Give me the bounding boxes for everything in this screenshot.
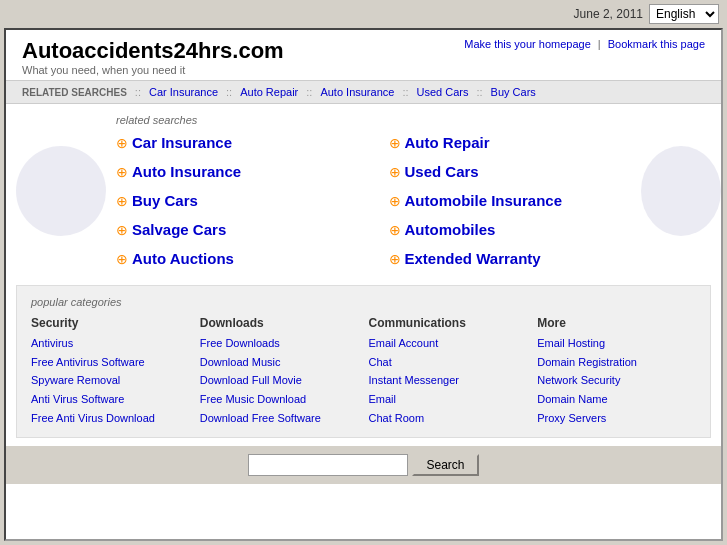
date-display: June 2, 2011: [574, 7, 643, 21]
list-item: ⊕ Car Insurance: [116, 134, 369, 151]
nav-bar: RELATED SEARCHES :: Car Insurance :: Aut…: [6, 80, 721, 104]
link-email[interactable]: Email: [369, 390, 528, 409]
nav-label: RELATED SEARCHES: [22, 87, 127, 98]
link-extended-warranty[interactable]: Extended Warranty: [405, 250, 541, 267]
search-input[interactable]: [248, 454, 408, 476]
arrow-icon: ⊕: [389, 222, 401, 238]
nav-item-buy-cars[interactable]: Buy Cars: [491, 86, 536, 98]
arrow-icon: ⊕: [389, 135, 401, 151]
arrow-icon: ⊕: [116, 251, 128, 267]
link-chat-room[interactable]: Chat Room: [369, 409, 528, 428]
date-lang-area: June 2, 2011 English Spanish French: [574, 4, 719, 24]
arrow-icon: ⊕: [389, 164, 401, 180]
main-area: related searches ⊕ Car Insurance ⊕ Auto …: [6, 104, 721, 277]
site-title-block: Autoaccidents24hrs.com What you need, wh…: [22, 38, 284, 76]
arrow-icon: ⊕: [116, 164, 128, 180]
link-free-antivirus-software[interactable]: Free Antivirus Software: [31, 353, 190, 372]
link-instant-messenger[interactable]: Instant Messenger: [369, 371, 528, 390]
category-header-downloads: Downloads: [200, 316, 359, 330]
link-free-music-download[interactable]: Free Music Download: [200, 390, 359, 409]
right-circle: [641, 146, 721, 236]
left-circle: [16, 146, 106, 236]
link-auto-auctions[interactable]: Auto Auctions: [132, 250, 234, 267]
link-buy-cars[interactable]: Buy Cars: [132, 192, 198, 209]
header-links: Make this your homepage | Bookmark this …: [464, 38, 705, 50]
category-communications: Communications Email Account Chat Instan…: [369, 316, 528, 427]
list-item: ⊕ Used Cars: [389, 163, 642, 180]
link-network-security[interactable]: Network Security: [537, 371, 696, 390]
link-used-cars[interactable]: Used Cars: [405, 163, 479, 180]
popular-categories-section: popular categories Security Antivirus Fr…: [16, 285, 711, 438]
list-item: ⊕ Extended Warranty: [389, 250, 642, 267]
link-email-hosting[interactable]: Email Hosting: [537, 334, 696, 353]
link-anti-virus-software[interactable]: Anti Virus Software: [31, 390, 190, 409]
nav-item-auto-repair[interactable]: Auto Repair: [240, 86, 298, 98]
site-title: Autoaccidents24hrs.com: [22, 38, 284, 64]
search-results: related searches ⊕ Car Insurance ⊕ Auto …: [116, 114, 641, 267]
bookmark-link[interactable]: Bookmark this page: [608, 38, 705, 50]
arrow-icon: ⊕: [116, 193, 128, 209]
related-searches-label: related searches: [116, 114, 641, 126]
list-item: ⊕ Auto Insurance: [116, 163, 369, 180]
link-proxy-servers[interactable]: Proxy Servers: [537, 409, 696, 428]
category-header-security: Security: [31, 316, 190, 330]
bottom-search-bar: Search: [6, 446, 721, 484]
link-email-account[interactable]: Email Account: [369, 334, 528, 353]
link-auto-insurance[interactable]: Auto Insurance: [132, 163, 241, 180]
category-more: More Email Hosting Domain Registration N…: [537, 316, 696, 427]
link-download-music[interactable]: Download Music: [200, 353, 359, 372]
link-automobiles[interactable]: Automobiles: [405, 221, 496, 238]
top-bar: June 2, 2011 English Spanish French: [0, 0, 727, 28]
popular-label: popular categories: [31, 296, 696, 308]
link-free-anti-virus-download[interactable]: Free Anti Virus Download: [31, 409, 190, 428]
list-item: ⊕ Automobile Insurance: [389, 192, 642, 209]
category-downloads: Downloads Free Downloads Download Music …: [200, 316, 359, 427]
list-item: ⊕ Salvage Cars: [116, 221, 369, 238]
language-selector[interactable]: English Spanish French: [649, 4, 719, 24]
left-decoration: [6, 114, 116, 267]
category-header-more: More: [537, 316, 696, 330]
list-item: ⊕ Buy Cars: [116, 192, 369, 209]
search-button[interactable]: Search: [412, 454, 478, 476]
link-car-insurance[interactable]: Car Insurance: [132, 134, 232, 151]
link-download-full-movie[interactable]: Download Full Movie: [200, 371, 359, 390]
link-domain-name[interactable]: Domain Name: [537, 390, 696, 409]
link-auto-repair[interactable]: Auto Repair: [405, 134, 490, 151]
link-salvage-cars[interactable]: Salvage Cars: [132, 221, 226, 238]
nav-item-car-insurance[interactable]: Car Insurance: [149, 86, 218, 98]
link-domain-registration[interactable]: Domain Registration: [537, 353, 696, 372]
homepage-link[interactable]: Make this your homepage: [464, 38, 591, 50]
category-header-communications: Communications: [369, 316, 528, 330]
link-chat[interactable]: Chat: [369, 353, 528, 372]
right-decoration: [641, 114, 721, 267]
link-download-free-software[interactable]: Download Free Software: [200, 409, 359, 428]
arrow-icon: ⊕: [389, 251, 401, 267]
arrow-icon: ⊕: [116, 222, 128, 238]
link-spyware-removal[interactable]: Spyware Removal: [31, 371, 190, 390]
browser-window: June 2, 2011 English Spanish French Auto…: [0, 0, 727, 545]
site-header: Autoaccidents24hrs.com What you need, wh…: [6, 30, 721, 80]
nav-item-used-cars[interactable]: Used Cars: [417, 86, 469, 98]
links-grid: ⊕ Car Insurance ⊕ Auto Repair ⊕ Auto Ins…: [116, 134, 641, 267]
link-automobile-insurance[interactable]: Automobile Insurance: [405, 192, 563, 209]
arrow-icon: ⊕: [116, 135, 128, 151]
list-item: ⊕ Auto Auctions: [116, 250, 369, 267]
page-content: Autoaccidents24hrs.com What you need, wh…: [4, 28, 723, 541]
link-antivirus[interactable]: Antivirus: [31, 334, 190, 353]
site-tagline: What you need, when you need it: [22, 64, 284, 76]
list-item: ⊕ Auto Repair: [389, 134, 642, 151]
categories-grid: Security Antivirus Free Antivirus Softwa…: [31, 316, 696, 427]
language-dropdown[interactable]: English Spanish French: [650, 5, 718, 23]
category-security: Security Antivirus Free Antivirus Softwa…: [31, 316, 190, 427]
link-free-downloads[interactable]: Free Downloads: [200, 334, 359, 353]
list-item: ⊕ Automobiles: [389, 221, 642, 238]
arrow-icon: ⊕: [389, 193, 401, 209]
nav-item-auto-insurance[interactable]: Auto Insurance: [320, 86, 394, 98]
